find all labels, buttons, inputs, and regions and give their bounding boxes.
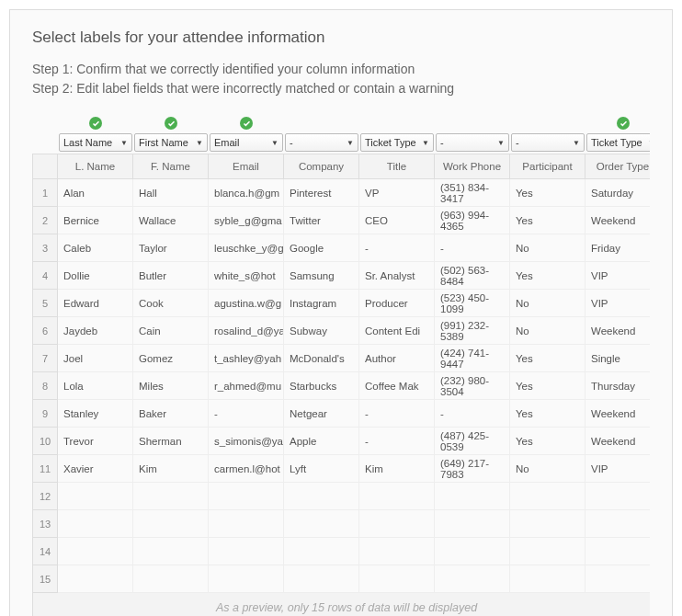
row-number: 15 (32, 565, 58, 593)
column-check-6 (510, 115, 585, 131)
row-number: 3 (32, 234, 58, 262)
step-2: Step 2: Edit label fields that were inco… (32, 79, 650, 98)
table-cell: Google (284, 234, 359, 262)
table-cell: Friday (585, 234, 650, 262)
table-cell (58, 538, 133, 565)
table-cell: Yes (510, 428, 585, 455)
column-check-7 (585, 115, 650, 131)
column-selector-3[interactable]: -▼ (285, 133, 358, 152)
column-selector-0[interactable]: Last Name▼ (59, 133, 132, 152)
table-cell: Pinterest (284, 179, 359, 207)
table-cell: Lyft (284, 455, 359, 483)
table-cell: Weekend (585, 428, 650, 455)
table-cell: - (359, 234, 435, 262)
table-cell: Kim (359, 455, 435, 483)
table-cell (133, 565, 209, 593)
row-number: 11 (32, 455, 58, 483)
table-cell (585, 538, 650, 565)
row-number: 13 (32, 510, 58, 538)
table-cell (209, 510, 284, 538)
column-selector-6[interactable]: -▼ (511, 133, 585, 152)
table-cell: Butler (133, 262, 209, 290)
table-cell (510, 565, 585, 593)
row-number: 1 (32, 179, 58, 207)
chevron-down-icon: ▼ (120, 139, 128, 147)
chevron-down-icon: ▼ (573, 139, 580, 147)
column-header-4: Title (359, 154, 435, 179)
table-cell: Yes (510, 207, 585, 234)
table-cell: Yes (510, 179, 585, 207)
column-selector-label: First Name (139, 137, 188, 148)
table-cell: Yes (510, 400, 585, 428)
table-cell: Yes (510, 372, 585, 400)
table-cell: syble_g@gma (209, 207, 284, 234)
steps: Step 1: Confirm that we correctly identi… (32, 60, 650, 98)
table-cell: Baker (133, 400, 209, 428)
table-cell: CEO (359, 207, 435, 234)
table-cell (284, 510, 359, 538)
table-scroll[interactable]: Last Name▼First Name▼Email▼-▼Ticket Type… (32, 115, 650, 616)
table-cell (435, 483, 510, 510)
table-cell: Weekend (585, 317, 650, 345)
table-cell: Twitter (284, 207, 359, 234)
row-number: 6 (32, 317, 58, 345)
table-cell (284, 538, 359, 565)
column-check-2 (209, 115, 284, 131)
table-cell: Jaydeb (58, 317, 133, 345)
chevron-down-icon: ▼ (648, 139, 650, 147)
table-cell: Coffee Mak (359, 372, 435, 400)
column-check-4 (359, 115, 435, 131)
column-selector-2[interactable]: Email▼ (210, 133, 283, 152)
row-number: 10 (32, 428, 58, 455)
table-cell: Thursday (585, 372, 650, 400)
table-cell (359, 510, 435, 538)
table-cell: - (359, 400, 435, 428)
table-cell: rosalind_d@ya (209, 317, 284, 345)
column-selector-7[interactable]: Ticket Type▼ (586, 133, 650, 152)
table-cell: Sherman (133, 428, 209, 455)
table-cell: No (510, 234, 585, 262)
table-cell: Stanley (58, 400, 133, 428)
table-cell: (502) 563-8484 (435, 262, 510, 290)
check-icon (89, 117, 102, 130)
table-cell: No (510, 317, 585, 345)
table-cell (359, 538, 435, 565)
table-cell (133, 483, 209, 510)
table-cell (585, 565, 650, 593)
table-cell (209, 565, 284, 593)
table-cell: No (510, 455, 585, 483)
table-cell (510, 510, 585, 538)
check-icon (617, 117, 630, 130)
table-cell: s_simonis@ya (209, 428, 284, 455)
row-number: 4 (32, 262, 58, 290)
table-cell: Caleb (58, 234, 133, 262)
column-check-5 (435, 115, 510, 131)
row-number: 12 (32, 483, 58, 510)
table-cell: (523) 450-1099 (435, 290, 510, 317)
table-cell: Kim (133, 455, 209, 483)
column-selector-1[interactable]: First Name▼ (134, 133, 208, 152)
row-number: 7 (32, 345, 58, 372)
table-cell: Hall (133, 179, 209, 207)
table-cell (209, 483, 284, 510)
table-cell (58, 565, 133, 593)
table-cell (435, 538, 510, 565)
table-cell (58, 483, 133, 510)
table-cell: VP (359, 179, 435, 207)
table-cell (284, 565, 359, 593)
row-number: 9 (32, 400, 58, 428)
table-cell (359, 483, 435, 510)
column-header-6: Participant (510, 154, 585, 179)
table-cell: - (435, 234, 510, 262)
table-cell (510, 538, 585, 565)
table-cell (435, 510, 510, 538)
table-cell: carmen.l@hot (209, 455, 284, 483)
table-cell: Edward (58, 290, 133, 317)
table-cell (58, 510, 133, 538)
table-cell: Cook (133, 290, 209, 317)
table-cell: VIP (585, 290, 650, 317)
column-check-3 (284, 115, 359, 131)
column-selector-4[interactable]: Ticket Type▼ (360, 133, 434, 152)
step-1: Step 1: Confirm that we correctly identi… (32, 60, 650, 79)
column-selector-5[interactable]: -▼ (436, 133, 509, 152)
